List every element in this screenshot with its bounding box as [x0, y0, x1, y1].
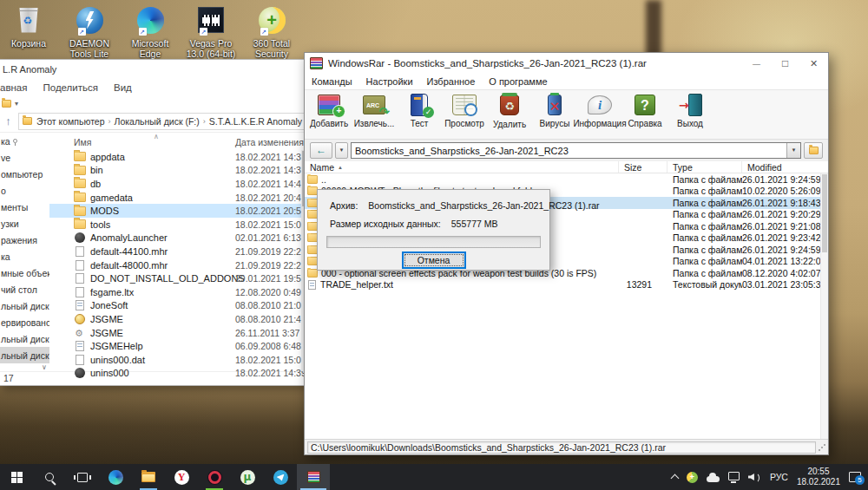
file-row[interactable]: JSGMEHelp06.09.2008 6:48	[49, 339, 308, 353]
taskbar-yandex-button[interactable]	[165, 464, 198, 490]
toolbar-button[interactable]: Информация	[577, 90, 622, 139]
file-row[interactable]: gamedata18.02.2021 20:42	[49, 191, 308, 205]
sidebar-item[interactable]: ка	[0, 248, 49, 265]
column-header-size[interactable]: Size	[619, 161, 667, 173]
clock-date: 18.02.2021	[797, 477, 840, 488]
sidebar-item[interactable]: мные объекты	[0, 265, 49, 281]
sidebar-item[interactable]: менты	[0, 199, 49, 215]
folder-up-button[interactable]	[804, 142, 823, 159]
task-view-button[interactable]	[66, 464, 99, 490]
back-button[interactable]: ←	[310, 142, 332, 159]
file-row[interactable]: AnomalyLauncher02.01.2021 6:13	[49, 232, 308, 245]
toolbar-button[interactable]: Извлечь...	[352, 90, 397, 139]
file-row[interactable]: db18.02.2021 14:49	[49, 177, 308, 191]
sidebar-item[interactable]: чий стол	[0, 281, 49, 297]
sidebar-item[interactable]: омпьютер	[0, 166, 49, 182]
start-button[interactable]	[0, 464, 33, 490]
desktop-icon-edge[interactable]: Microsoft Edge	[125, 4, 175, 59]
toolbar-button[interactable]: Тест	[397, 90, 442, 139]
360-security-tray-icon[interactable]	[687, 472, 698, 483]
sidebar-item[interactable]: ка	[0, 133, 49, 149]
sidebar-item[interactable]: льный диск (E:	[0, 330, 49, 347]
toolbar-button[interactable]: Удалить	[487, 90, 532, 139]
sidebar-item[interactable]: узки	[0, 215, 49, 232]
menu-item[interactable]: Избранное	[427, 76, 476, 87]
menu-item[interactable]: Команды	[312, 76, 352, 87]
taskbar-explorer-button[interactable]	[132, 464, 165, 490]
archive-path-input[interactable]: Boomsticks_and_Sharpsticks_26-Jan-2021_R…	[351, 142, 801, 159]
file-row[interactable]: appdata18.02.2021 14:39	[49, 150, 308, 164]
sidebar-scroll-down-icon[interactable]: ∨	[42, 363, 47, 371]
column-header-name[interactable]: Имя	[74, 137, 91, 147]
taskbar-opera-button[interactable]	[198, 464, 231, 490]
file-row[interactable]: JSGME26.11.2011 3:37	[49, 326, 308, 340]
file-row[interactable]: JSGME08.08.2010 21:43	[49, 312, 308, 326]
taskbar-search-button[interactable]	[33, 464, 66, 490]
column-header-type[interactable]: Type	[667, 161, 742, 173]
sidebar-item[interactable]: о	[0, 182, 49, 199]
taskbar-winrar-button[interactable]	[297, 464, 330, 490]
menu-item[interactable]: О программе	[489, 76, 547, 87]
sidebar-item[interactable]: льный диск (C	[0, 297, 49, 314]
column-header-date[interactable]: Дата изменения	[235, 137, 304, 147]
ribbon-tab[interactable]: авная	[0, 82, 27, 93]
onedrive-cloud-icon[interactable]	[707, 476, 720, 482]
taskbar-telegram-button[interactable]	[264, 464, 297, 490]
ribbon-tab[interactable]: Поделиться	[43, 82, 98, 93]
column-header-modified[interactable]: Modified	[742, 161, 828, 173]
language-indicator[interactable]: РУС	[770, 472, 788, 482]
archive-row[interactable]: TRADE_helper.txt13291Текстовый докум...0…	[305, 279, 828, 291]
archive-path-value: Boomsticks_and_Sharpsticks_26-Jan-2021_R…	[355, 146, 569, 156]
breadcrumb-item[interactable]: Локальный диск (F:)›	[115, 116, 206, 127]
volume-icon[interactable]	[748, 472, 761, 482]
file-row[interactable]: unins00018.02.2021 14:39	[49, 367, 308, 381]
ribbon-tab[interactable]: Вид	[114, 82, 132, 93]
path-dropdown-icon[interactable]: ▼	[786, 143, 800, 158]
address-bar[interactable]: Этот компьютер›Локальный диск (F:)›S.T.A…	[18, 113, 305, 130]
file-row[interactable]: default-48000.mhr21.09.2019 22:24	[49, 258, 308, 272]
scrollbar[interactable]	[820, 173, 828, 439]
sidebar-item[interactable]: ражения	[0, 232, 49, 248]
taskbar-utorrent-button[interactable]	[231, 464, 264, 490]
sidebar-item[interactable]: ve	[0, 149, 49, 166]
taskbar-edge-button[interactable]	[99, 464, 132, 490]
desktop-icon-recycle-bin[interactable]: Корзина	[3, 4, 54, 59]
network-icon[interactable]	[728, 472, 740, 480]
file-row[interactable]: bin18.02.2021 14:39	[49, 164, 308, 178]
tray-expand-icon[interactable]	[670, 474, 679, 483]
desktop-icon-360-security[interactable]: 360 Total Security	[247, 4, 297, 59]
file-row[interactable]: default-44100.mhr21.09.2019 22:24	[49, 245, 308, 258]
resize-grip[interactable]	[819, 444, 825, 451]
desktop-icon-vegas-pro[interactable]: Vegas Pro 13.0 (64-bit)	[186, 4, 236, 59]
quick-access-toolbar[interactable]: ▾	[0, 96, 308, 110]
file-row[interactable]: tools18.02.2021 15:03	[49, 218, 308, 232]
file-icon	[75, 314, 85, 324]
file-row[interactable]: fsgame.ltx12.08.2020 0:49	[49, 285, 308, 299]
toolbar-button[interactable]: Добавить	[306, 90, 352, 139]
desktop-icon-daemon-tools[interactable]: DAEMON Tools Lite	[64, 4, 115, 59]
up-arrow-icon[interactable]: ↑	[2, 114, 15, 127]
toolbar-button[interactable]: Вирусы	[532, 90, 577, 139]
back-dropdown-button[interactable]: ▼	[335, 142, 348, 159]
maximize-button[interactable]	[771, 53, 799, 74]
file-row[interactable]: unins000.dat18.02.2021 15:03	[49, 353, 308, 367]
toolbar-button[interactable]: Выход	[667, 90, 713, 139]
breadcrumb-item[interactable]: S.T.A.L.K.E.R Anomaly›	[209, 116, 305, 127]
cancel-button[interactable]: Отмена	[402, 252, 466, 269]
sidebar-item[interactable]: льный диск (F:	[0, 347, 49, 363]
scrollbar-thumb[interactable]	[822, 174, 827, 252]
toolbar-button[interactable]: Просмотр	[442, 90, 487, 139]
file-row[interactable]: DO_NOT_INSTALL_OLD_ADDONS29.01.2021 19:5…	[49, 271, 308, 285]
action-center-button[interactable]: 5	[849, 472, 861, 482]
sidebar-item[interactable]: ервировано с	[0, 314, 49, 330]
file-row[interactable]: JoneSoft08.08.2010 21:05	[49, 299, 308, 313]
minimize-button[interactable]	[742, 53, 771, 74]
breadcrumb-item[interactable]: Этот компьютер›	[36, 116, 111, 127]
toolbar-button[interactable]: Справка	[622, 90, 667, 139]
taskbar-clock[interactable]: 20:55 18.02.2021	[797, 467, 840, 488]
menu-item[interactable]: Настройки	[366, 76, 413, 87]
close-button[interactable]	[799, 53, 828, 74]
column-header-name[interactable]: Name▲	[305, 161, 619, 173]
file-row[interactable]: MODS18.02.2021 20:51	[49, 204, 308, 218]
archive-row[interactable]: ..Папка с файлами26.01.2021 9:24:59	[305, 173, 828, 186]
